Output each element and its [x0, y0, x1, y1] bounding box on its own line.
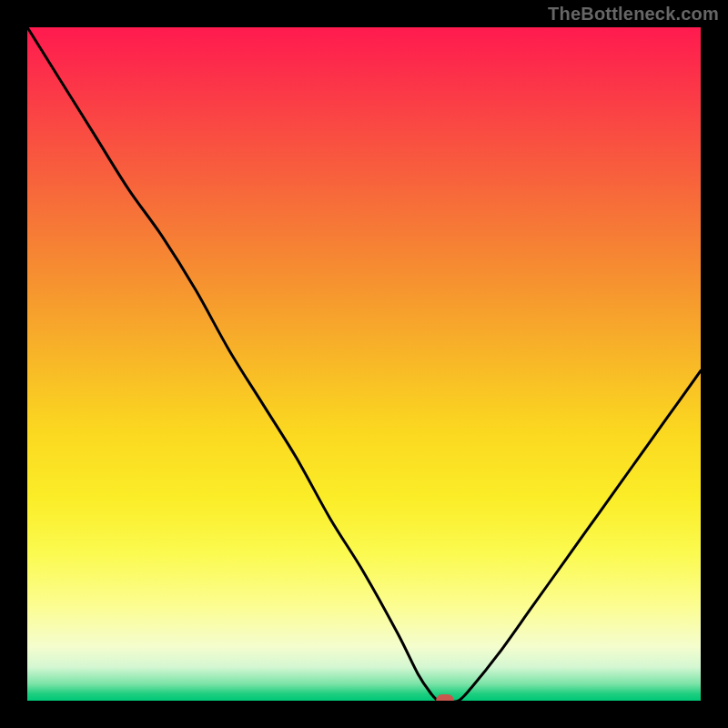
chart-frame: TheBottleneck.com: [0, 0, 728, 728]
plot-area: [27, 27, 701, 701]
attribution-text: TheBottleneck.com: [548, 4, 719, 25]
curve-svg: [27, 27, 701, 701]
bottleneck-curve: [27, 27, 701, 701]
optimal-marker: [436, 694, 454, 701]
